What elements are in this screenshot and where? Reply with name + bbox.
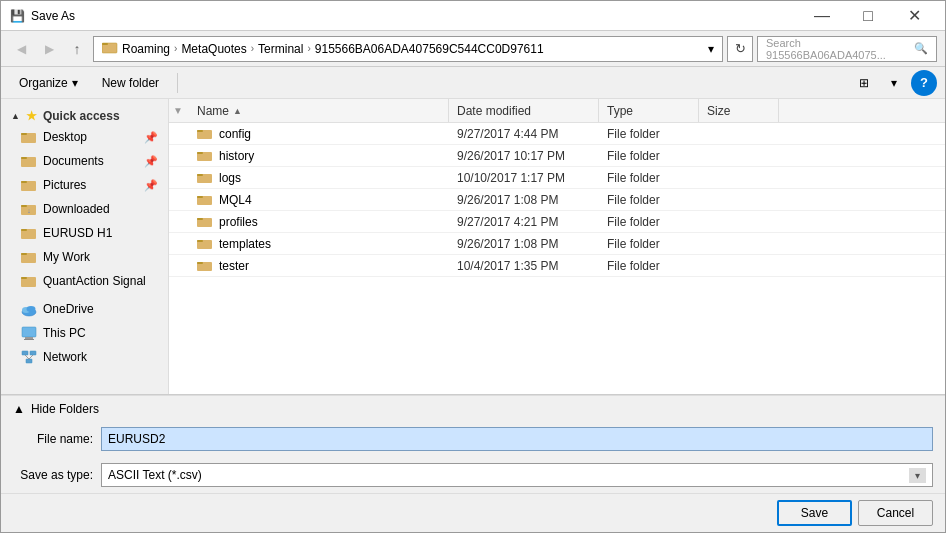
savetype-row: Save as type: ASCII Text (*.csv) ▾ — [1, 457, 945, 493]
filename-label: File name: — [13, 432, 93, 446]
file-size-cell — [699, 167, 779, 188]
folder-icon-mywork — [21, 250, 37, 264]
close-button[interactable]: ✕ — [891, 1, 937, 31]
mywork-label: My Work — [43, 250, 90, 264]
sidebar-item-downloaded[interactable]: ↓ Downloaded — [1, 197, 168, 221]
sidebar-item-quantaction[interactable]: QuantAction Signal — [1, 269, 168, 293]
breadcrumb[interactable]: Roaming › MetaQuotes › Terminal › 915566… — [93, 36, 723, 62]
savetype-arrow: ▾ — [909, 468, 926, 483]
col-header-expand[interactable]: ▼ — [169, 105, 189, 116]
savetype-value: ASCII Text (*.csv) — [108, 468, 202, 482]
file-type-cell: File folder — [599, 233, 699, 254]
table-row[interactable]: config 9/27/2017 4:44 PM File folder — [169, 123, 945, 145]
sidebar-item-documents[interactable]: Documents 📌 — [1, 149, 168, 173]
view-options-button[interactable]: ⊞ — [851, 71, 877, 95]
up-button[interactable]: ↑ — [65, 37, 89, 61]
network-icon — [21, 349, 37, 365]
organize-label: Organize — [19, 76, 68, 90]
filename-row: File name: — [1, 421, 945, 457]
search-box[interactable]: Search 915566BA06ADA4075... 🔍 — [757, 36, 937, 62]
svg-text:↓: ↓ — [27, 207, 31, 214]
file-folder-icon — [197, 193, 213, 206]
file-date: 9/26/2017 10:17 PM — [457, 149, 565, 163]
file-type: File folder — [607, 259, 660, 273]
file-type: File folder — [607, 193, 660, 207]
pictures-label: Pictures — [43, 178, 86, 192]
svg-rect-39 — [197, 240, 203, 242]
svg-rect-29 — [197, 130, 203, 132]
quantaction-label: QuantAction Signal — [43, 274, 146, 288]
file-size-cell — [699, 189, 779, 210]
new-folder-button[interactable]: New folder — [92, 71, 169, 95]
svg-rect-37 — [197, 218, 203, 220]
help-button[interactable]: ? — [911, 70, 937, 96]
title-bar: 💾 Save As — □ ✕ — [1, 1, 945, 31]
documents-label: Documents — [43, 154, 104, 168]
minimize-button[interactable]: — — [799, 1, 845, 31]
sidebar-item-pictures[interactable]: Pictures 📌 — [1, 173, 168, 197]
table-row[interactable]: templates 9/26/2017 1:08 PM File folder — [169, 233, 945, 255]
maximize-button[interactable]: □ — [845, 1, 891, 31]
refresh-button[interactable]: ↻ — [727, 36, 753, 62]
breadcrumb-dropdown-arrow[interactable]: ▾ — [708, 42, 714, 56]
network-label: Network — [43, 350, 87, 364]
col-header-name[interactable]: Name ▲ — [189, 99, 449, 122]
folder-icon-quantaction — [21, 274, 37, 288]
file-type-cell: File folder — [599, 255, 699, 276]
downloaded-label: Downloaded — [43, 202, 110, 216]
breadcrumb-terminal: Terminal — [258, 42, 303, 56]
desktop-pin-icon: 📌 — [144, 131, 158, 144]
sidebar-item-eurusd[interactable]: EURUSD H1 — [1, 221, 168, 245]
sidebar: ▲ ★ Quick access Desktop 📌 Documents 📌 — [1, 99, 169, 394]
file-type-cell: File folder — [599, 211, 699, 232]
file-folder-icon — [197, 171, 213, 184]
file-size-cell — [699, 123, 779, 144]
file-name: profiles — [219, 215, 258, 229]
quick-access-section[interactable]: ▲ ★ Quick access — [1, 103, 168, 125]
table-row[interactable]: MQL4 9/26/2017 1:08 PM File folder — [169, 189, 945, 211]
breadcrumb-sep3: › — [307, 43, 310, 54]
file-date-cell: 9/26/2017 1:08 PM — [449, 189, 599, 210]
file-type-cell: File folder — [599, 167, 699, 188]
file-name-cell: MQL4 — [189, 189, 449, 210]
window-title: Save As — [31, 9, 75, 23]
file-name: history — [219, 149, 254, 163]
cancel-button[interactable]: Cancel — [858, 500, 933, 526]
sidebar-item-network[interactable]: Network — [1, 345, 168, 369]
breadcrumb-folder-id: 915566BA06ADA407569C544CC0D97611 — [315, 42, 544, 56]
organize-button[interactable]: Organize ▾ — [9, 71, 88, 95]
table-row[interactable]: profiles 9/27/2017 4:21 PM File folder — [169, 211, 945, 233]
col-header-date[interactable]: Date modified — [449, 99, 599, 122]
col-header-size[interactable]: Size — [699, 99, 779, 122]
back-button[interactable]: ◀ — [9, 37, 33, 61]
svg-rect-23 — [22, 351, 28, 355]
sidebar-item-desktop[interactable]: Desktop 📌 — [1, 125, 168, 149]
save-as-dialog: 💾 Save As — □ ✕ ◀ ▶ ↑ Roaming › MetaQuot… — [0, 0, 946, 533]
save-button[interactable]: Save — [777, 500, 852, 526]
savetype-select[interactable]: ASCII Text (*.csv) ▾ — [101, 463, 933, 487]
breadcrumb-sep2: › — [251, 43, 254, 54]
file-name-cell: profiles — [189, 211, 449, 232]
col-header-type[interactable]: Type — [599, 99, 699, 122]
forward-button[interactable]: ▶ — [37, 37, 61, 61]
hide-folders-bar[interactable]: ▲ Hide Folders — [1, 395, 945, 421]
sidebar-item-mywork[interactable]: My Work — [1, 245, 168, 269]
onedrive-label: OneDrive — [43, 302, 94, 316]
folder-icon-documents — [21, 154, 37, 168]
view-dropdown-button[interactable]: ▾ — [881, 71, 907, 95]
sidebar-item-onedrive[interactable]: OneDrive — [1, 297, 168, 321]
table-row[interactable]: logs 10/10/2017 1:17 PM File folder — [169, 167, 945, 189]
file-date: 10/10/2017 1:17 PM — [457, 171, 565, 185]
thispc-label: This PC — [43, 326, 86, 340]
file-type: File folder — [607, 237, 660, 251]
table-row[interactable]: history 9/26/2017 10:17 PM File folder — [169, 145, 945, 167]
filename-input[interactable] — [101, 427, 933, 451]
file-type-cell: File folder — [599, 123, 699, 144]
sidebar-item-thispc[interactable]: This PC — [1, 321, 168, 345]
table-row[interactable]: tester 10/4/2017 1:35 PM File folder — [169, 255, 945, 277]
svg-rect-14 — [21, 253, 27, 255]
svg-rect-5 — [21, 157, 27, 159]
file-date: 10/4/2017 1:35 PM — [457, 259, 558, 273]
breadcrumb-metaquotes: MetaQuotes — [181, 42, 246, 56]
file-name: templates — [219, 237, 271, 251]
